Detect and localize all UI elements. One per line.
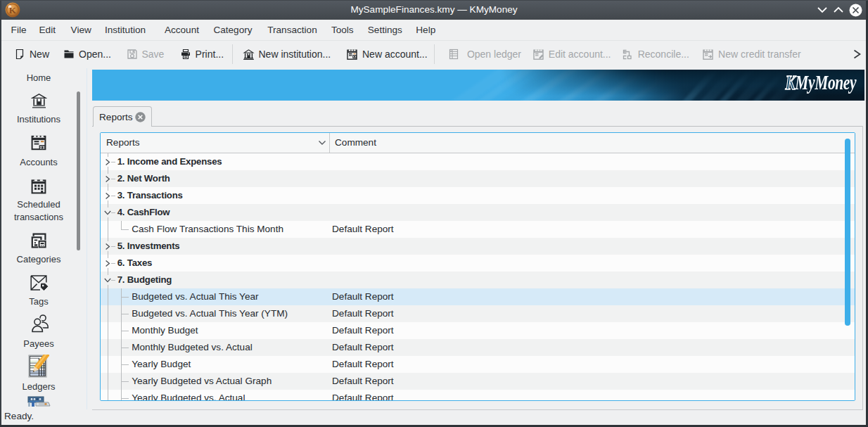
svg-text:K: K <box>9 5 17 15</box>
